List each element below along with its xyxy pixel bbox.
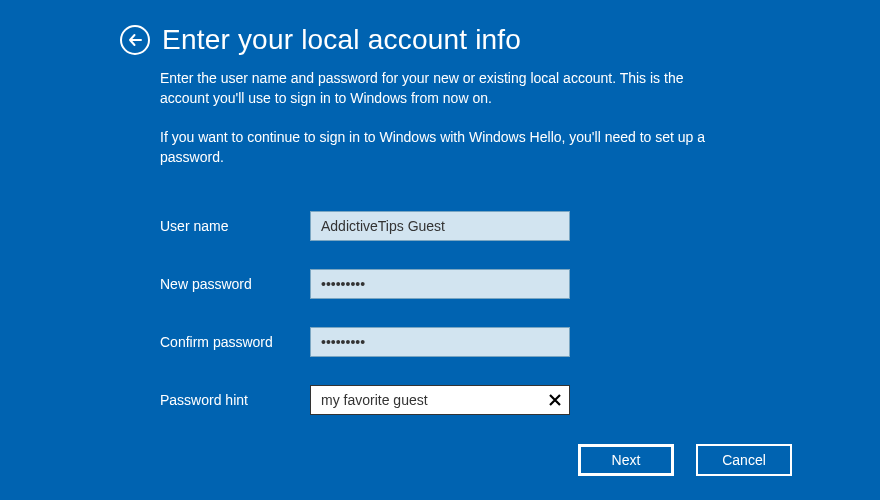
description-text-2: If you want to continue to sign in to Wi… — [160, 127, 720, 168]
back-arrow-icon — [127, 32, 143, 48]
page-title: Enter your local account info — [162, 24, 521, 56]
next-button[interactable]: Next — [578, 444, 674, 476]
cancel-button[interactable]: Cancel — [696, 444, 792, 476]
description-text-1: Enter the user name and password for you… — [160, 68, 720, 109]
username-input[interactable] — [310, 211, 570, 241]
password-hint-input[interactable] — [310, 385, 570, 415]
username-label: User name — [160, 218, 310, 234]
new-password-label: New password — [160, 276, 310, 292]
clear-input-button[interactable] — [542, 387, 568, 413]
confirm-password-input[interactable] — [310, 327, 570, 357]
close-icon — [548, 393, 562, 407]
new-password-input[interactable] — [310, 269, 570, 299]
password-hint-label: Password hint — [160, 392, 310, 408]
confirm-password-label: Confirm password — [160, 334, 310, 350]
back-button[interactable] — [120, 25, 150, 55]
